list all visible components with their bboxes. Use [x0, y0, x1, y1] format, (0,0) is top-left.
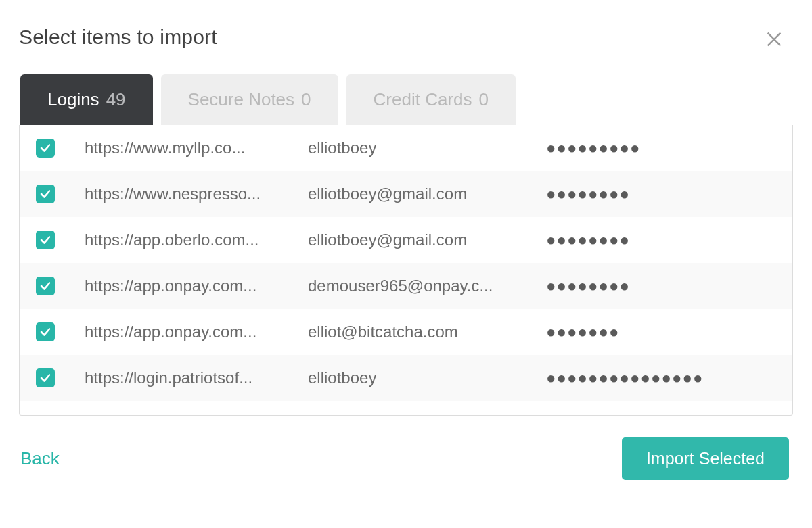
dialog-title: Select items to import	[19, 26, 217, 49]
cell-username: elliotboey	[308, 139, 546, 158]
cell-password: ●●●●●●●●	[546, 277, 780, 295]
check-icon	[39, 372, 51, 384]
cell-checkbox	[36, 231, 85, 249]
cell-url: https://app.onpay.com...	[85, 277, 308, 295]
cell-password: ●●●●●●●●●	[546, 139, 780, 158]
cell-checkbox	[36, 368, 85, 387]
row-checkbox[interactable]	[36, 368, 55, 387]
cell-checkbox	[36, 277, 85, 295]
tab-count: 0	[478, 89, 488, 110]
table-row: https://www.nespresso... elliotboey@gmai…	[20, 171, 792, 217]
tab-credit-cards[interactable]: Credit Cards 0	[346, 74, 516, 125]
cell-checkbox	[36, 139, 85, 158]
check-icon	[39, 280, 51, 292]
cell-url: https://app.oberlo.com...	[85, 231, 308, 249]
dialog-footer: Back Import Selected	[19, 437, 793, 480]
back-button[interactable]: Back	[20, 448, 60, 469]
tab-label: Logins	[47, 89, 99, 110]
table-row: https://www.myllp.co... elliotboey ●●●●●…	[20, 125, 792, 171]
tab-count: 0	[301, 89, 311, 110]
row-checkbox[interactable]	[36, 322, 55, 341]
tab-label: Secure Notes	[188, 89, 295, 110]
cell-password: ●●●●●●●●	[546, 231, 780, 249]
tab-secure-notes[interactable]: Secure Notes 0	[161, 74, 338, 125]
check-icon	[39, 234, 51, 246]
cell-password: ●●●●●●●●	[546, 185, 780, 203]
tab-label: Credit Cards	[374, 89, 472, 110]
table-row: https://app.oberlo.com... elliotboey@gma…	[20, 217, 792, 263]
cell-password: ●●●●●●●●●●●●●●●	[546, 368, 780, 387]
cell-checkbox	[36, 185, 85, 203]
tabs: Logins 49 Secure Notes 0 Credit Cards 0	[19, 74, 793, 125]
cell-url: https://app.onpay.com...	[85, 322, 308, 341]
check-icon	[39, 188, 51, 200]
cell-username: elliot@bitcatcha.com	[308, 322, 546, 341]
cell-username: elliotboey@gmail.com	[308, 231, 546, 249]
cell-username: elliotboey	[308, 368, 546, 387]
table-row: https://app.onpay.com... demouser965@onp…	[20, 263, 792, 309]
cell-url: https://www.myllp.co...	[85, 139, 308, 158]
cell-username: elliotboey@gmail.com	[308, 185, 546, 203]
close-icon	[765, 30, 784, 49]
table-row: https://app.onpay.com... elliot@bitcatch…	[20, 309, 792, 355]
tab-count: 49	[106, 89, 126, 110]
row-checkbox[interactable]	[36, 139, 55, 158]
row-checkbox[interactable]	[36, 231, 55, 249]
cell-password: ●●●●●●●	[546, 322, 780, 341]
table-row: https://login.patriotsof... elliotboey ●…	[20, 355, 792, 401]
close-button[interactable]	[765, 30, 784, 49]
cell-username: demouser965@onpay.c...	[308, 277, 546, 295]
row-checkbox[interactable]	[36, 185, 55, 203]
logins-table[interactable]: https://www.myllp.co... elliotboey ●●●●●…	[19, 125, 793, 416]
import-selected-button[interactable]: Import Selected	[622, 437, 789, 480]
check-icon	[39, 142, 51, 154]
row-checkbox[interactable]	[36, 277, 55, 295]
import-dialog: Select items to import Logins 49 Secure …	[0, 0, 812, 528]
cell-url: https://login.patriotsof...	[85, 368, 308, 387]
check-icon	[39, 326, 51, 338]
cell-url: https://www.nespresso...	[85, 185, 308, 203]
tab-logins[interactable]: Logins 49	[20, 74, 153, 125]
cell-checkbox	[36, 322, 85, 341]
dialog-header: Select items to import	[19, 26, 793, 49]
